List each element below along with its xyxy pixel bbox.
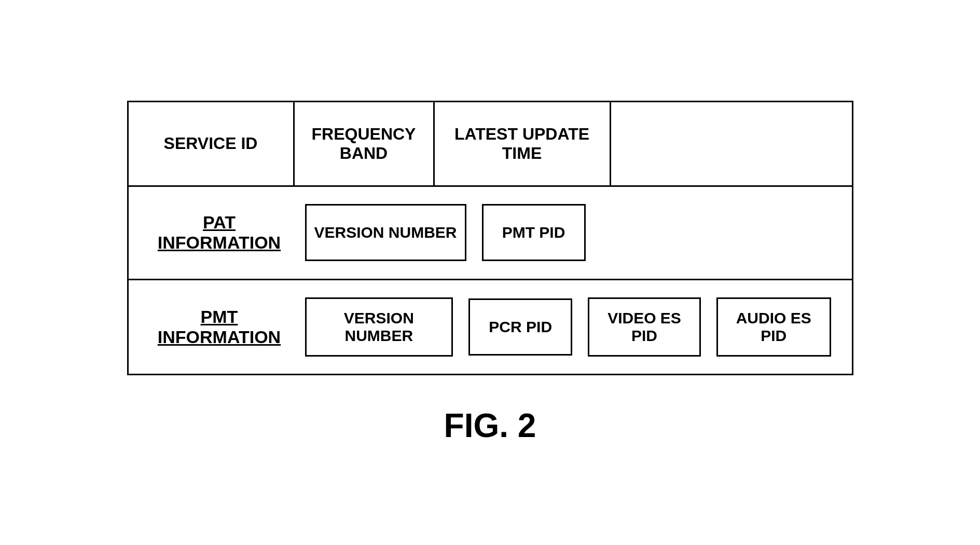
header-service-id: SERVICE ID [129,102,295,185]
video-es-pid-cell: VIDEO ES PID [588,297,701,357]
header-latest-update-time: LATEST UPDATE TIME [435,102,611,185]
header-row: SERVICE ID FREQUENCY BAND LATEST UPDATE … [129,102,852,187]
pmt-pid-cell: PMT PID [482,204,586,261]
pat-version-number-cell: VERSION NUMBER [305,204,466,261]
header-latest-update-time-label: LATEST UPDATE TIME [440,125,604,163]
header-empty-space [611,102,852,185]
figure-label: FIG. 2 [444,406,536,445]
audio-es-pid-cell: AUDIO ES PID [716,297,831,357]
pmt-version-number-cell: VERSION NUMBER [305,297,453,357]
header-service-id-label: SERVICE ID [164,134,258,153]
pcr-pid-cell: PCR PID [468,298,572,356]
pat-row: PAT INFORMATION VERSION NUMBER PMT PID [129,187,852,280]
pat-information-label: PAT INFORMATION [149,212,289,253]
data-table: SERVICE ID FREQUENCY BAND LATEST UPDATE … [127,101,853,375]
diagram-container: SERVICE ID FREQUENCY BAND LATEST UPDATE … [127,101,853,445]
header-frequency-band: FREQUENCY BAND [295,102,435,185]
pmt-information-label: PMT INFORMATION [149,307,289,347]
header-frequency-band-label: FREQUENCY BAND [300,125,428,163]
pmt-row: PMT INFORMATION VERSION NUMBER PCR PID V… [129,280,852,374]
